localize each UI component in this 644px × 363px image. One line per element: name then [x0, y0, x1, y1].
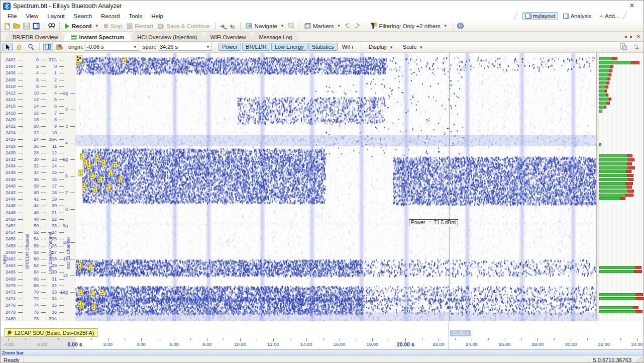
- menu-item-search[interactable]: Search: [70, 13, 96, 20]
- mhz-tick-label: 2420: [6, 117, 16, 122]
- reset-time-icon[interactable]: rst: [229, 22, 237, 30]
- tab-wifi-overview[interactable]: WiFi Overview: [202, 32, 254, 41]
- spectrogram-canvas[interactable]: [75, 53, 597, 322]
- wifi-tick-mark: [70, 209, 75, 210]
- select-cursor-tool[interactable]: [3, 43, 13, 51]
- utilization-bar-error: [628, 178, 633, 181]
- mhz-tick-label: 2432: [6, 157, 16, 162]
- toggle-wifi[interactable]: WiFi: [339, 43, 357, 51]
- navigate-label: Navigate: [255, 23, 277, 29]
- mhz-tick-mark: [18, 86, 23, 87]
- open-file-icon[interactable]: [13, 22, 21, 30]
- markers-button[interactable]: Markers ▼: [303, 23, 342, 30]
- origin-input[interactable]: -0.06 s ▼: [85, 43, 139, 51]
- time-tick-label: 6.00: [169, 341, 179, 347]
- mhz-tick-mark: [18, 286, 23, 286]
- tab-instant-spectrum[interactable]: Instant Spectrum: [63, 32, 132, 41]
- bredr-tick-mark: [41, 139, 46, 140]
- toggle-low-energy[interactable]: Low Energy: [271, 43, 307, 51]
- utilization-bar: [599, 77, 644, 80]
- tab-scroll-right-icon[interactable]: ▸: [630, 34, 633, 39]
- bredr-tick-mark: [41, 199, 46, 200]
- tab-hci-overview-injection-[interactable]: HCI Overview (Injection): [129, 32, 205, 41]
- le-tick-mark: [59, 100, 64, 100]
- menu-item-help[interactable]: Help: [147, 13, 167, 20]
- menu-item-record[interactable]: Record: [97, 13, 124, 20]
- live-signal-icon[interactable]: [632, 43, 640, 51]
- toggle-power[interactable]: Power: [219, 43, 241, 51]
- layout-button-add[interactable]: ✦ Add...: [596, 12, 622, 20]
- mhz-tick-label: 2416: [6, 104, 16, 109]
- navigate-button[interactable]: Navigate ▼: [244, 23, 286, 30]
- pan-hand-tool[interactable]: [14, 43, 24, 51]
- utilization-bar: [599, 162, 644, 165]
- bredr-tick-label: 66: [34, 277, 39, 282]
- toolbar-separator: [44, 22, 44, 30]
- mhz-tick-label: 2408: [6, 77, 16, 82]
- menu-item-view[interactable]: View: [22, 13, 43, 20]
- bredr-tick-mark: [41, 159, 46, 160]
- record-button[interactable]: Record ▼: [63, 23, 100, 30]
- le-tick-mark: [59, 252, 64, 253]
- bredr-tick-label: 42: [34, 197, 39, 202]
- new-file-icon[interactable]: [4, 22, 12, 30]
- wifi-tick-mark: [70, 193, 75, 193]
- bredr-tick-label: 4: [36, 70, 39, 75]
- display-menu-button[interactable]: Display ▼: [365, 43, 397, 51]
- time-tick-mark: [620, 338, 621, 340]
- frequency-axes-gutter: 2402240424062408241024122414241624182420…: [1, 53, 75, 322]
- le-tick-mark: [59, 66, 64, 67]
- utilization-bar-error: [605, 89, 607, 93]
- layout-button-analysis[interactable]: Analysis: [560, 12, 594, 20]
- time-tick-label: 14.00: [300, 341, 312, 347]
- help-globe-icon[interactable]: [457, 22, 465, 30]
- zoom-bar[interactable]: Zoom bar: [1, 349, 643, 355]
- layout-button-mylayout[interactable]: mylayout: [522, 12, 558, 20]
- tab-br-edr-overview[interactable]: BR/EDR Overview: [5, 32, 66, 41]
- menu-item-tools[interactable]: Tools: [125, 13, 146, 20]
- properties-icon[interactable]: [32, 22, 40, 30]
- bredr-tick-label: 40: [34, 190, 39, 195]
- utilization-bar-good: [599, 94, 606, 97]
- mhz-tick-mark: [18, 272, 23, 273]
- utilization-bar: [599, 98, 644, 101]
- time-tick-label: 10.00: [234, 341, 246, 347]
- tab-close-icon[interactable]: ✕: [636, 34, 640, 39]
- record-caret-icon: ▼: [95, 24, 99, 28]
- le-tick-label: 12: [52, 150, 57, 155]
- set-time-icon[interactable]: set: [219, 22, 227, 30]
- tab-message-log[interactable]: Message Log: [251, 32, 300, 41]
- wifi-tick-mark: [70, 259, 75, 259]
- spectrogram-plot[interactable]: Power : -71.5 dBm: [75, 53, 596, 322]
- menu-item-file[interactable]: File: [4, 13, 21, 20]
- utilization-bar-good: [599, 69, 609, 72]
- bredr-tick-mark: [41, 292, 46, 293]
- time-tick-mark: [290, 338, 290, 340]
- stop-button: Stop: [102, 23, 124, 30]
- tab-scroll-left-icon[interactable]: ◂: [624, 34, 627, 39]
- scale-menu-button[interactable]: Scale ▼: [399, 43, 427, 51]
- window-close-button[interactable]: ✕: [626, 2, 637, 10]
- mhz-tick-label: 2442: [6, 190, 16, 195]
- filtering-button[interactable]: Filtering: Only +2 others ▼: [369, 22, 449, 30]
- copy-view-icon[interactable]: [619, 43, 627, 51]
- svg-text:rst: rst: [232, 27, 235, 30]
- menu-items: FileViewLayoutSearchRecordToolsHelp: [4, 13, 168, 19]
- resize-grip[interactable]: [636, 356, 642, 362]
- split-view-tool[interactable]: [43, 43, 53, 51]
- find-icon[interactable]: [48, 22, 56, 30]
- mhz-tick-label: 2476: [6, 303, 16, 308]
- wifi-tick-mark: [70, 159, 75, 160]
- toggle-br-edr[interactable]: BR/EDR: [242, 43, 270, 51]
- wifi-tick-mark: [70, 143, 75, 143]
- utilization-bar-error: [609, 73, 611, 76]
- toggle-statistics[interactable]: Statistics: [308, 43, 338, 51]
- mhz-tick-mark: [18, 265, 23, 266]
- menu-item-layout[interactable]: Layout: [43, 13, 69, 20]
- span-input[interactable]: 34.26 s ▼: [158, 43, 212, 51]
- zoom-bar-label: Zoom bar: [2, 350, 24, 355]
- time-tick-mark: [257, 338, 257, 340]
- zoom-tool[interactable]: [26, 43, 36, 51]
- utilization-bar-error: [606, 85, 608, 88]
- color-scheme-tool[interactable]: ▾: [55, 43, 65, 51]
